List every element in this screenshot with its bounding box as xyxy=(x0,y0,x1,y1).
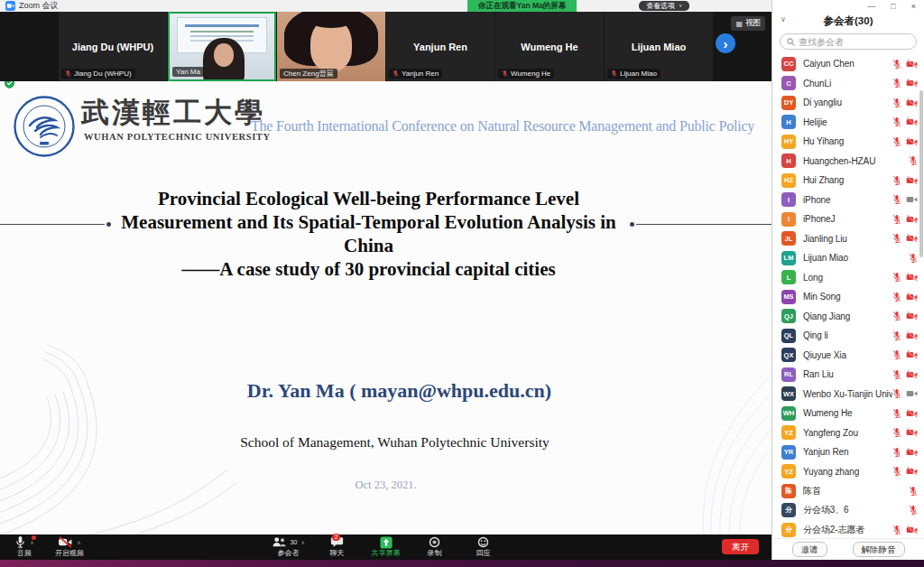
grid-icon: ▦ xyxy=(735,20,743,28)
record-button[interactable]: 录制 xyxy=(418,535,452,558)
video-tile[interactable]: Chen Zeng曾晨 Chen Zeng曾晨 xyxy=(277,12,385,81)
participant-row[interactable]: CC Caiyun Chen xyxy=(772,54,924,74)
tile-person-face xyxy=(214,43,234,67)
participant-name: Long xyxy=(803,273,892,283)
participant-row[interactable]: LM Lijuan Miao xyxy=(772,248,924,268)
participant-name: Di yangliu xyxy=(803,98,892,107)
participant-row[interactable]: I iPhoneJ xyxy=(772,209,924,229)
video-off-icon xyxy=(906,525,918,534)
participant-row[interactable]: QL Qing li xyxy=(772,326,924,346)
participant-row[interactable]: 分 分会场2-志愿者 xyxy=(772,520,924,538)
panel-chevron-down-icon[interactable]: ∨ xyxy=(781,15,786,23)
leave-meeting-button[interactable]: 离开 xyxy=(722,539,759,554)
tile-mic-muted-icon xyxy=(502,70,508,78)
video-tile[interactable]: Jiang Du (WHPU) Jiang Du (WHPU) xyxy=(59,12,167,81)
participant-status-icons xyxy=(892,447,918,458)
participant-avatar: H xyxy=(781,153,796,168)
video-tile[interactable]: Yanjun Ren Yanjun Ren xyxy=(386,12,494,81)
participant-name: Min Song xyxy=(803,292,892,302)
participant-row[interactable]: H Huangchen-HZAU xyxy=(772,152,924,172)
participant-name: iPhoneJ xyxy=(803,214,892,224)
participant-row[interactable]: L Long xyxy=(772,268,924,288)
video-tile[interactable]: Yan Ma Yan Ma xyxy=(168,12,276,81)
participant-avatar: C xyxy=(781,76,796,90)
minimize-icon[interactable]: — xyxy=(867,0,875,13)
tile-name-label: Yanjun Ren xyxy=(389,69,442,79)
chevron-down-icon: ∨ xyxy=(679,1,682,11)
toolbar-left-group: ∧ 音频 ∧ 开启视频 xyxy=(7,535,87,558)
participant-name: ChunLi xyxy=(803,79,892,88)
participant-row[interactable]: WX Wenbo Xu-Tianjin University xyxy=(772,385,924,404)
participant-row[interactable]: HY Hu Yihang xyxy=(772,132,924,152)
view-options-button[interactable]: 查看选项 ∨ xyxy=(639,1,689,11)
participant-avatar: QX xyxy=(781,348,796,362)
participant-row[interactable]: WH Wumeng He xyxy=(772,404,924,423)
mic-muted-icon xyxy=(892,59,901,70)
video-off-icon xyxy=(906,311,918,321)
decorative-line-right xyxy=(636,224,772,225)
view-layout-button[interactable]: ▦ 视图 xyxy=(731,16,765,31)
os-taskbar[interactable] xyxy=(0,560,924,567)
search-input[interactable] xyxy=(799,37,910,47)
next-page-arrow-button[interactable]: › xyxy=(716,33,735,53)
participant-row[interactable]: C ChunLi xyxy=(772,74,924,94)
slide-title-line3: China xyxy=(0,234,737,257)
participants-button[interactable]: 30 ∧ 参会者 xyxy=(272,535,306,558)
participant-status-icons xyxy=(909,155,918,166)
participant-search[interactable] xyxy=(780,33,917,50)
audio-alert-dot xyxy=(32,535,36,540)
video-chevron-icon[interactable]: ∧ xyxy=(77,539,80,545)
tile-label-text: Wumeng He xyxy=(511,69,550,79)
mic-muted-icon xyxy=(892,408,901,419)
participant-row[interactable]: H Helijie xyxy=(772,113,924,133)
chat-button[interactable]: 2 聊天 xyxy=(320,535,355,558)
invite-button[interactable]: 邀请 xyxy=(792,542,827,557)
participant-status-icons xyxy=(892,233,918,244)
video-tile[interactable]: Lijuan Miao Lijuan Miao xyxy=(605,12,713,81)
participant-row[interactable]: MS Min Song xyxy=(772,287,924,307)
participant-status-icons xyxy=(909,253,918,264)
close-icon[interactable]: × xyxy=(911,0,916,13)
audio-chevron-icon[interactable]: ∧ xyxy=(30,539,33,545)
unmute-button[interactable]: 解除静音 xyxy=(853,542,905,557)
maximize-icon[interactable]: □ xyxy=(891,0,895,13)
video-off-icon xyxy=(906,137,918,146)
app-title: Zoom 会议 xyxy=(19,0,59,12)
reactions-button[interactable]: 回应 xyxy=(467,535,501,558)
participant-status-icons xyxy=(892,98,918,108)
video-off-icon xyxy=(906,428,918,437)
participants-chevron-icon[interactable]: ∧ xyxy=(300,539,304,545)
participant-row[interactable]: JL Jianling Liu xyxy=(772,229,924,249)
participants-label: 参会者 xyxy=(278,549,300,558)
participant-row[interactable]: I iPhone xyxy=(772,191,924,210)
participant-row[interactable]: YZ Yuyang zhang xyxy=(772,462,924,482)
participant-row[interactable]: HZ Hui Zhang xyxy=(772,171,924,191)
scrollbar-thumb[interactable] xyxy=(919,90,923,257)
tile-label-text: Yanjun Ren xyxy=(402,69,439,79)
tile-name-label: Wumeng He xyxy=(498,69,554,79)
title-bar: Zoom 会议 你正在观看Yan Ma的屏幕 查看选项 ∨ xyxy=(0,0,772,12)
start-video-button[interactable]: ∧ 开启视频 xyxy=(52,535,87,558)
tile-person-fringe xyxy=(308,12,355,28)
share-screen-label: 共享屏幕 xyxy=(372,549,401,558)
participant-row[interactable]: 分 分会场3、6 xyxy=(772,501,924,521)
participant-name: Caiyun Chen xyxy=(803,59,892,69)
mic-muted-icon xyxy=(892,233,901,244)
participant-row[interactable]: RL Ran Liu xyxy=(772,365,924,385)
video-off-icon xyxy=(906,60,918,69)
reactions-icon xyxy=(477,536,489,548)
audio-button[interactable]: ∧ 音频 xyxy=(7,535,42,558)
participant-row[interactable]: 陈 陈首 xyxy=(772,481,924,501)
share-screen-button[interactable]: 共享屏幕 xyxy=(369,535,403,558)
participant-status-icons xyxy=(892,214,918,225)
video-off-icon xyxy=(906,350,918,359)
participant-row[interactable]: QX Qiuyue Xia xyxy=(772,346,924,366)
participant-row[interactable]: QJ Qiang Jiang xyxy=(772,307,924,327)
tile-label-text: Lijuan Miao xyxy=(620,69,657,79)
participant-row[interactable]: DY Di yangliu xyxy=(772,93,924,113)
participant-row[interactable]: YR Yanjun Ren xyxy=(772,442,924,462)
watching-screen-badge: 你正在观看Yan Ma的屏幕 xyxy=(467,0,577,12)
participant-row[interactable]: YZ Yangfeng Zou xyxy=(772,423,924,443)
video-tile[interactable]: Wumeng He Wumeng He xyxy=(495,12,604,81)
video-on-icon xyxy=(906,195,918,204)
